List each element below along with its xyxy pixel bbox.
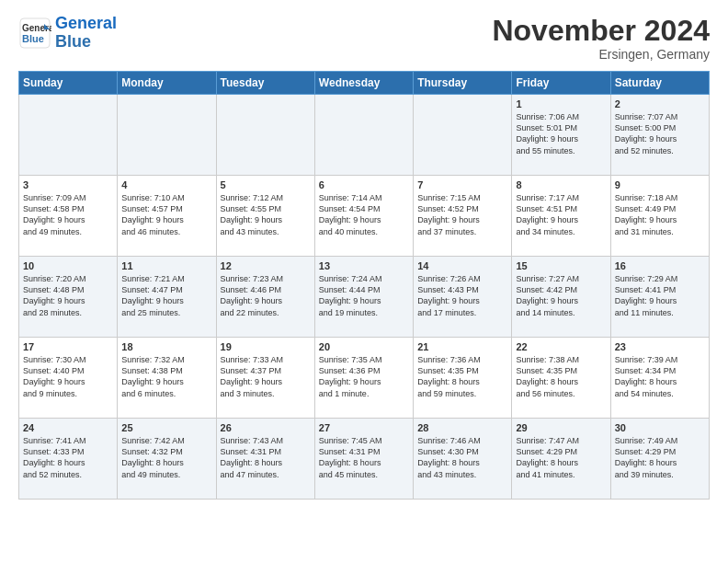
day-info: Sunrise: 7:30 AM Sunset: 4:40 PM Dayligh…	[23, 354, 113, 399]
day-info: Sunrise: 7:39 AM Sunset: 4:34 PM Dayligh…	[615, 354, 705, 399]
day-cell	[414, 95, 512, 176]
day-number: 7	[417, 179, 507, 190]
header-cell-wednesday: Wednesday	[314, 72, 413, 95]
day-number: 24	[23, 422, 113, 433]
day-cell: 4Sunrise: 7:10 AM Sunset: 4:57 PM Daylig…	[118, 176, 216, 257]
day-cell: 15Sunrise: 7:27 AM Sunset: 4:42 PM Dayli…	[512, 257, 610, 338]
day-info: Sunrise: 7:24 AM Sunset: 4:44 PM Dayligh…	[319, 273, 409, 318]
day-info: Sunrise: 7:10 AM Sunset: 4:57 PM Dayligh…	[121, 192, 211, 237]
week-row-4: 17Sunrise: 7:30 AM Sunset: 4:40 PM Dayli…	[19, 338, 710, 419]
week-row-1: 1Sunrise: 7:06 AM Sunset: 5:01 PM Daylig…	[19, 95, 710, 176]
day-number: 3	[23, 179, 113, 190]
day-number: 9	[615, 179, 705, 190]
day-info: Sunrise: 7:49 AM Sunset: 4:29 PM Dayligh…	[615, 435, 705, 480]
day-cell: 18Sunrise: 7:32 AM Sunset: 4:38 PM Dayli…	[118, 338, 216, 419]
day-info: Sunrise: 7:36 AM Sunset: 4:35 PM Dayligh…	[417, 354, 507, 399]
day-number: 12	[221, 260, 311, 271]
day-number: 6	[319, 179, 409, 190]
day-info: Sunrise: 7:12 AM Sunset: 4:55 PM Dayligh…	[221, 192, 311, 237]
day-info: Sunrise: 7:23 AM Sunset: 4:46 PM Dayligh…	[221, 273, 311, 318]
day-number: 10	[23, 260, 113, 271]
logo-text: General Blue	[55, 15, 117, 52]
day-number: 25	[121, 422, 211, 433]
month-title: November 2024	[492, 15, 710, 47]
day-info: Sunrise: 7:33 AM Sunset: 4:37 PM Dayligh…	[221, 354, 311, 399]
day-cell: 8Sunrise: 7:17 AM Sunset: 4:51 PM Daylig…	[512, 176, 610, 257]
day-cell: 26Sunrise: 7:43 AM Sunset: 4:31 PM Dayli…	[216, 419, 314, 500]
day-number: 14	[417, 260, 507, 271]
day-cell: 28Sunrise: 7:46 AM Sunset: 4:30 PM Dayli…	[414, 419, 512, 500]
day-cell: 17Sunrise: 7:30 AM Sunset: 4:40 PM Dayli…	[19, 338, 118, 419]
calendar-table: SundayMondayTuesdayWednesdayThursdayFrid…	[18, 71, 710, 500]
day-number: 22	[516, 341, 606, 352]
day-info: Sunrise: 7:14 AM Sunset: 4:54 PM Dayligh…	[319, 192, 409, 237]
day-info: Sunrise: 7:43 AM Sunset: 4:31 PM Dayligh…	[221, 435, 311, 480]
day-number: 17	[23, 341, 113, 352]
header-cell-thursday: Thursday	[414, 72, 512, 95]
day-info: Sunrise: 7:38 AM Sunset: 4:35 PM Dayligh…	[516, 354, 606, 399]
day-cell: 10Sunrise: 7:20 AM Sunset: 4:48 PM Dayli…	[19, 257, 118, 338]
day-cell: 1Sunrise: 7:06 AM Sunset: 5:01 PM Daylig…	[512, 95, 610, 176]
day-number: 20	[319, 341, 409, 352]
day-number: 29	[516, 422, 606, 433]
day-info: Sunrise: 7:18 AM Sunset: 4:49 PM Dayligh…	[615, 192, 705, 237]
day-cell: 23Sunrise: 7:39 AM Sunset: 4:34 PM Dayli…	[610, 338, 709, 419]
day-number: 16	[615, 260, 705, 271]
day-info: Sunrise: 7:47 AM Sunset: 4:29 PM Dayligh…	[516, 435, 606, 480]
day-cell	[314, 95, 413, 176]
location: Ersingen, Germany	[492, 47, 710, 62]
day-cell: 27Sunrise: 7:45 AM Sunset: 4:31 PM Dayli…	[314, 419, 413, 500]
day-number: 5	[221, 179, 311, 190]
logo-icon: General Blue	[18, 17, 51, 50]
day-cell	[118, 95, 216, 176]
day-cell: 29Sunrise: 7:47 AM Sunset: 4:29 PM Dayli…	[512, 419, 610, 500]
day-number: 23	[615, 341, 705, 352]
day-number: 13	[319, 260, 409, 271]
day-cell: 22Sunrise: 7:38 AM Sunset: 4:35 PM Dayli…	[512, 338, 610, 419]
week-row-2: 3Sunrise: 7:09 AM Sunset: 4:58 PM Daylig…	[19, 176, 710, 257]
day-cell: 21Sunrise: 7:36 AM Sunset: 4:35 PM Dayli…	[414, 338, 512, 419]
day-cell: 11Sunrise: 7:21 AM Sunset: 4:47 PM Dayli…	[118, 257, 216, 338]
header-cell-tuesday: Tuesday	[216, 72, 314, 95]
page: General Blue General Blue November 2024 …	[0, 0, 728, 509]
day-cell: 2Sunrise: 7:07 AM Sunset: 5:00 PM Daylig…	[610, 95, 709, 176]
day-number: 27	[319, 422, 409, 433]
day-cell: 20Sunrise: 7:35 AM Sunset: 4:36 PM Dayli…	[314, 338, 413, 419]
day-number: 30	[615, 422, 705, 433]
day-number: 15	[516, 260, 606, 271]
day-number: 18	[121, 341, 211, 352]
header: General Blue General Blue November 2024 …	[18, 15, 710, 62]
header-cell-saturday: Saturday	[610, 72, 709, 95]
day-number: 19	[221, 341, 311, 352]
day-number: 11	[121, 260, 211, 271]
day-cell: 24Sunrise: 7:41 AM Sunset: 4:33 PM Dayli…	[19, 419, 118, 500]
day-number: 4	[121, 179, 211, 190]
day-cell: 5Sunrise: 7:12 AM Sunset: 4:55 PM Daylig…	[216, 176, 314, 257]
day-cell: 25Sunrise: 7:42 AM Sunset: 4:32 PM Dayli…	[118, 419, 216, 500]
day-cell: 16Sunrise: 7:29 AM Sunset: 4:41 PM Dayli…	[610, 257, 709, 338]
day-info: Sunrise: 7:32 AM Sunset: 4:38 PM Dayligh…	[121, 354, 211, 399]
logo-line2: Blue	[55, 32, 91, 51]
day-number: 28	[417, 422, 507, 433]
logo-line1: General	[55, 14, 117, 32]
header-cell-sunday: Sunday	[19, 72, 118, 95]
day-cell: 14Sunrise: 7:26 AM Sunset: 4:43 PM Dayli…	[414, 257, 512, 338]
day-cell: 19Sunrise: 7:33 AM Sunset: 4:37 PM Dayli…	[216, 338, 314, 419]
day-cell: 12Sunrise: 7:23 AM Sunset: 4:46 PM Dayli…	[216, 257, 314, 338]
day-info: Sunrise: 7:27 AM Sunset: 4:42 PM Dayligh…	[516, 273, 606, 318]
day-info: Sunrise: 7:42 AM Sunset: 4:32 PM Dayligh…	[121, 435, 211, 480]
header-row: SundayMondayTuesdayWednesdayThursdayFrid…	[19, 72, 710, 95]
day-cell: 3Sunrise: 7:09 AM Sunset: 4:58 PM Daylig…	[19, 176, 118, 257]
day-number: 26	[221, 422, 311, 433]
header-cell-friday: Friday	[512, 72, 610, 95]
day-info: Sunrise: 7:06 AM Sunset: 5:01 PM Dayligh…	[516, 111, 606, 156]
day-info: Sunrise: 7:17 AM Sunset: 4:51 PM Dayligh…	[516, 192, 606, 237]
day-number: 2	[615, 98, 705, 109]
day-number: 21	[417, 341, 507, 352]
day-cell: 7Sunrise: 7:15 AM Sunset: 4:52 PM Daylig…	[414, 176, 512, 257]
day-cell: 13Sunrise: 7:24 AM Sunset: 4:44 PM Dayli…	[314, 257, 413, 338]
day-cell: 9Sunrise: 7:18 AM Sunset: 4:49 PM Daylig…	[610, 176, 709, 257]
week-row-3: 10Sunrise: 7:20 AM Sunset: 4:48 PM Dayli…	[19, 257, 710, 338]
day-cell: 6Sunrise: 7:14 AM Sunset: 4:54 PM Daylig…	[314, 176, 413, 257]
day-info: Sunrise: 7:07 AM Sunset: 5:00 PM Dayligh…	[615, 111, 705, 156]
